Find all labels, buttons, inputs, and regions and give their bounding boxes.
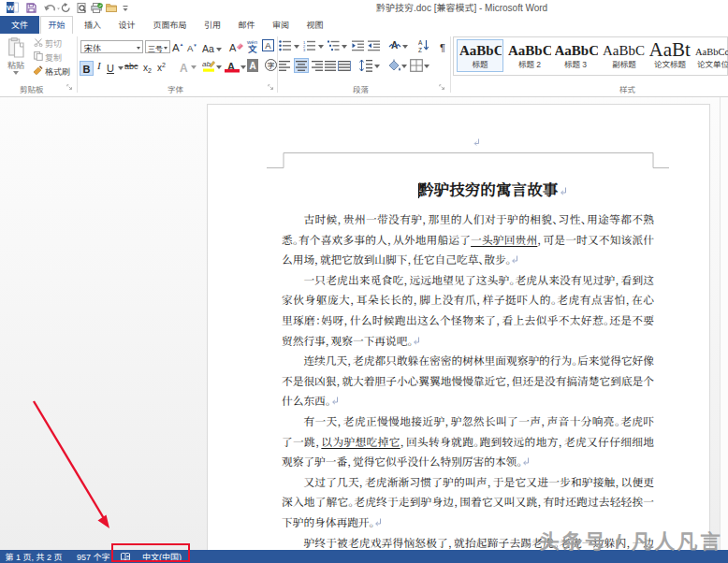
svg-text:W: W — [7, 4, 14, 12]
svg-text:Z: Z — [418, 47, 422, 53]
svg-text:A: A — [418, 39, 423, 46]
svg-text:ab: ab — [202, 60, 211, 68]
svg-text:3: 3 — [303, 48, 306, 51]
